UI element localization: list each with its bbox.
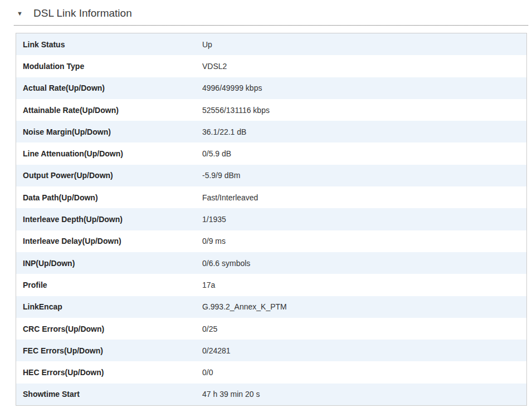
row-value: 36.1/22.1 dB: [202, 127, 526, 136]
table-row: Output Power(Up/Down) -5.9/9 dBm: [16, 165, 526, 186]
table-row: LinkEncap G.993.2_Annex_K_PTM: [16, 296, 526, 318]
row-value: 1/1935: [202, 215, 526, 224]
row-label: Line Attenuation(Up/Down): [16, 149, 202, 158]
row-label: Showtime Start: [16, 390, 202, 399]
row-label: HEC Errors(Up/Down): [16, 368, 202, 377]
row-label: Interleave Depth(Up/Down): [16, 215, 202, 224]
row-label: LinkEncap: [16, 302, 202, 311]
row-value: 0/9 ms: [202, 237, 526, 245]
row-label: Output Power(Up/Down): [16, 171, 202, 180]
row-value: 0/6.6 symbols: [202, 259, 526, 268]
row-label: Link Status: [16, 40, 202, 49]
row-value: 0/25: [202, 325, 526, 333]
row-value: VDSL2: [202, 62, 526, 71]
table-row: Attainable Rate(Up/Down) 52556/131116 kb…: [16, 99, 526, 121]
table-row: Noise Margin(Up/Down) 36.1/22.1 dB: [16, 121, 526, 142]
row-label: Interleave Delay(Up/Down): [16, 237, 202, 245]
table-row: Data Path(Up/Down) Fast/Interleaved: [16, 186, 526, 208]
row-value: G.993.2_Annex_K_PTM: [202, 302, 526, 311]
row-label: Modulation Type: [16, 62, 202, 71]
row-value: 0/24281: [202, 346, 526, 355]
table-row: HEC Errors(Up/Down) 0/0: [16, 361, 526, 383]
dsl-info-table: Link Status Up Modulation Type VDSL2 Act…: [16, 33, 527, 406]
table-row: Interleave Delay(Up/Down) 0/9 ms: [16, 230, 526, 252]
dsl-section-header[interactable]: ▼ DSL Link Information: [0, 0, 532, 20]
section-title: DSL Link Information: [33, 7, 132, 20]
collapse-triangle-icon[interactable]: ▼: [17, 9, 25, 17]
row-label: Profile: [16, 281, 202, 289]
table-row: Link Status Up: [16, 33, 526, 55]
row-label: Attainable Rate(Up/Down): [16, 106, 202, 115]
row-value: -5.9/9 dBm: [202, 171, 526, 180]
row-value: 0/0: [202, 368, 526, 377]
row-label: INP(Up/Down): [16, 259, 202, 268]
row-value: 52556/131116 kbps: [202, 106, 526, 115]
table-row: Showtime Start 47 h 39 min 20 s: [16, 384, 526, 405]
row-label: Data Path(Up/Down): [16, 193, 202, 202]
row-value: Up: [202, 40, 526, 49]
table-row: Line Attenuation(Up/Down) 0/5.9 dB: [16, 142, 526, 164]
row-value: 17a: [202, 281, 526, 289]
table-row: FEC Errors(Up/Down) 0/24281: [16, 340, 526, 361]
row-value: 0/5.9 dB: [202, 149, 526, 158]
table-row: Profile 17a: [16, 274, 526, 296]
table-row: Modulation Type VDSL2: [16, 55, 526, 77]
row-label: Noise Margin(Up/Down): [16, 127, 202, 136]
table-row: CRC Errors(Up/Down) 0/25: [16, 318, 526, 340]
row-value: Fast/Interleaved: [202, 193, 526, 202]
row-value: 4996/49999 kbps: [202, 83, 526, 92]
dotted-divider: [14, 25, 528, 26]
table-row: Actual Rate(Up/Down) 4996/49999 kbps: [16, 77, 526, 99]
row-label: CRC Errors(Up/Down): [16, 325, 202, 333]
row-label: FEC Errors(Up/Down): [16, 346, 202, 355]
table-row: INP(Up/Down) 0/6.6 symbols: [16, 252, 526, 274]
row-label: Actual Rate(Up/Down): [16, 83, 202, 92]
table-row: Interleave Depth(Up/Down) 1/1935: [16, 208, 526, 230]
row-value: 47 h 39 min 20 s: [202, 390, 526, 399]
